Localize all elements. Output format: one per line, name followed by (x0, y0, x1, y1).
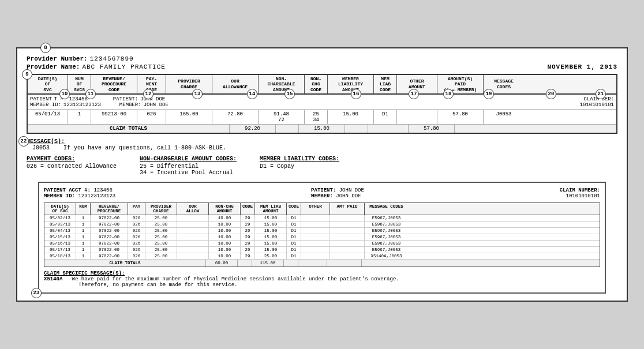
inner-cell: 15.00 (255, 234, 287, 240)
inner-cell: 15.00 (255, 215, 287, 221)
inner-cell: 97022-00 (91, 247, 128, 253)
inner-claim-label: CLAIM NUMBER: (560, 187, 600, 193)
inner-cell: E5967,J0053 (365, 215, 408, 221)
inner-cell: D1 (287, 253, 301, 259)
inner-cell: 1 (76, 234, 91, 240)
inner-cell: 97022-00 (91, 228, 128, 234)
claim-totals-row: CLAIM TOTALS 92.20 15.00 57.80 (28, 125, 616, 133)
inner-ct-memliab: 115.00 (252, 260, 284, 267)
circle-9-label: 9 (22, 69, 32, 80)
cell-nonchg-1: 91.48 72 (259, 110, 305, 124)
inner-cell: 29 (241, 253, 255, 259)
inner-cell: 25.00 (145, 234, 177, 240)
nonchg-codes-block: NON-CHARGEABLE AMOUNT CODES: 25 = Differ… (140, 156, 237, 176)
nonchg-code-item-2: 34 = Incentive Pool Accrual (140, 170, 237, 176)
inner-cell: 25.00 (145, 247, 177, 253)
inner-patient-label: PATIENT: (311, 187, 336, 193)
inner-cell: 10.00 (209, 241, 241, 246)
claim-totals-amt: 57.80 (409, 125, 455, 133)
inner-cell: 026 (128, 222, 145, 227)
inner-cell: X5140A,J0053 (365, 253, 408, 259)
claim-totals-label: CLAIM TOTALS (28, 125, 230, 133)
inner-cell: 97022-00 (91, 222, 128, 227)
cell-memliab-1: 15.00 (328, 110, 374, 124)
inner-col-memliab: MEM LIABAMOUNT (255, 203, 287, 215)
inner-cell: E5967,J0053 (365, 241, 408, 246)
inner-claim-msg-text-2: Therefore, no payment can be made for th… (78, 282, 237, 288)
inner-cell: 1 (76, 222, 91, 227)
inner-cell: 10.00 (209, 247, 241, 253)
circle-22-label: 22 (18, 136, 29, 147)
inner-ct-msg (362, 260, 405, 267)
inner-cell: 15.00 (255, 222, 287, 227)
inner-cell: 05/03/13 (44, 222, 76, 227)
cell-amt-1: 57.80 (437, 110, 484, 124)
inner-cell: D1 (287, 247, 301, 253)
inner-cell: 29 (241, 215, 255, 221)
inner-col-msg: MESSAGE CODES (365, 203, 408, 215)
inner-table-row: 05/18/13197022-0002625.0010.002925.00D1X… (44, 253, 600, 260)
inner-col-dates: DATE(S)OF SVC (44, 203, 76, 215)
inner-col-num: NUM (76, 203, 91, 215)
inner-header: PATIENT ACCT #: 123456 MEMBER ID: 123123… (44, 187, 600, 199)
cell-msg-1: J0053 (484, 110, 524, 124)
inner-cell (301, 215, 330, 221)
inner-cell: 026 (128, 247, 145, 253)
inner-cell: 29 (241, 241, 255, 246)
inner-col-rev: REVENUE/PROCEDURE (91, 203, 128, 215)
circle-23-label: 23 (31, 288, 42, 298)
col-header-memliabcode: MEMLIABCODE (374, 75, 397, 94)
inner-table-row: 05/03/13197022-0002625.0010.002915.00D1E… (44, 222, 600, 228)
cell-dates-1: 05/01/13 (28, 110, 68, 124)
inner-cell (177, 241, 209, 246)
mem-liab-code-item-1: D1 = Copay (260, 163, 339, 170)
inner-eob-box: 23 PATIENT ACCT #: 123456 MEMBER ID: 123… (38, 182, 606, 294)
col-header-rev: REVENUE/PROCEDURECODE (91, 75, 137, 94)
inner-cell: 05/02/13 (44, 215, 76, 221)
inner-cell: 97022-00 (91, 253, 128, 259)
inner-patient-name: JOHN DOE (339, 187, 364, 193)
claim-num-value: 10101010101 (580, 102, 614, 108)
payment-codes-title: PAYMENT CODES: (27, 156, 117, 162)
inner-claim-info: CLAIM NUMBER: 10101010101 (560, 187, 600, 199)
mem-liab-codes-block: MEMBER LIABILITY CODES: D1 = Copay (260, 156, 339, 176)
inner-cell: 29 (241, 222, 255, 227)
message-text-1: If you have any questions, call 1-800-AS… (63, 145, 226, 151)
inner-cell: 1 (76, 247, 91, 253)
inner-cell (330, 247, 365, 253)
inner-cell (330, 253, 365, 259)
inner-col-other: OTHER (301, 203, 330, 215)
inner-claim-msg-line-2: Therefore, no payment can be made for th… (78, 282, 600, 288)
nonchg-codes-title: NON-CHARGEABLE AMOUNT CODES: (140, 156, 237, 162)
inner-cell: E5967,J0053 (365, 222, 408, 227)
inner-cell: D1 (287, 215, 301, 221)
inner-cell (177, 222, 209, 227)
inner-cell: 10.00 (209, 234, 241, 240)
inner-cell: D1 (287, 241, 301, 246)
inner-cell: 10.00 (209, 215, 241, 221)
member-name: JOHN DOE (144, 102, 169, 108)
inner-cell: 1 (76, 253, 91, 259)
inner-cell: 026 (128, 234, 145, 240)
cell-num-1: 1 (68, 110, 91, 124)
inner-cell (301, 222, 330, 227)
inner-cell (177, 234, 209, 240)
inner-cell (330, 234, 365, 240)
cell-our-1: 72.80 (212, 110, 259, 124)
inner-member-id: 123123123123 (78, 193, 115, 199)
inner-claim-msg-title: CLAIM SPECIFIC MESSAGE(S): (44, 271, 600, 276)
inner-claim-msg-line-1: X5140A We have paid for the maximum numb… (44, 276, 600, 282)
col-header-prov: PROVIDERCHARGE (166, 75, 212, 94)
claim-totals-noncode (276, 125, 299, 133)
cell-prov-1: 165.00 (166, 110, 212, 124)
inner-cell: 1 (76, 215, 91, 221)
inner-cell (177, 215, 209, 221)
inner-col-mlcode: CODE (287, 203, 301, 215)
inner-cell: D1 (287, 228, 301, 234)
inner-ct-mlcode (284, 260, 298, 267)
patient-info-row: 10 11 12 13 14 15 16 17 18 19 20 21 PATI… (28, 95, 616, 110)
inner-col-amt: AMT PAID (330, 203, 365, 215)
messages-section: 22 MESSAGE(S): J0053 If you have any que… (27, 138, 617, 151)
cell-noncode-1: 25 34 (305, 110, 328, 124)
nonchg-code-item-1: 25 = Differential (140, 163, 237, 170)
